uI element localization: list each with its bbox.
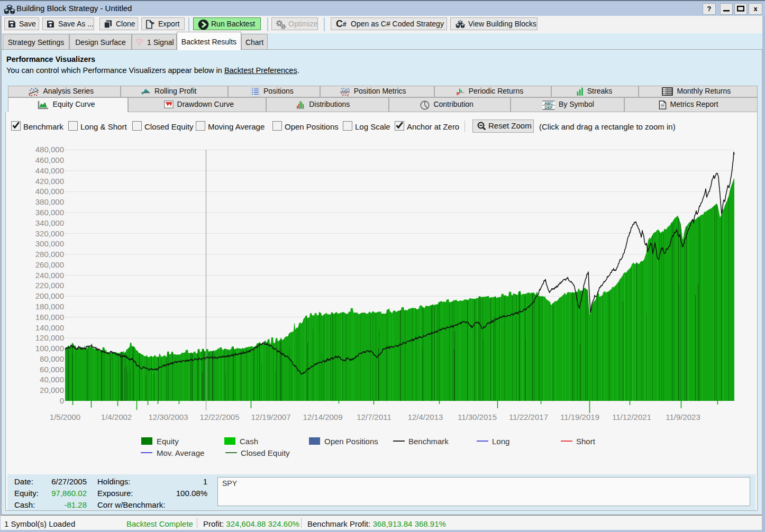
svg-text:180,000: 180,000 [35,302,64,311]
svg-text:12/22/2005: 12/22/2005 [199,412,239,421]
svg-text:200,000: 200,000 [35,291,64,300]
svg-text:12/4/2013: 12/4/2013 [408,412,443,421]
svg-text:360,000: 360,000 [35,208,64,217]
svg-text:11/30/2015: 11/30/2015 [458,412,497,421]
svg-text:440,000: 440,000 [35,166,64,175]
svg-text:340,000: 340,000 [35,218,64,227]
svg-text:60,000: 60,000 [40,365,64,374]
svg-text:240,000: 240,000 [35,271,64,280]
svg-text:460,000: 460,000 [35,155,64,164]
svg-text:300,000: 300,000 [35,239,64,248]
svg-text:12/7/2011: 12/7/2011 [357,412,391,421]
svg-text:400,000: 400,000 [35,187,64,196]
svg-text:11/19/2019: 11/19/2019 [560,412,599,421]
svg-text:11/9/2023: 11/9/2023 [666,412,700,421]
svg-text:320,000: 320,000 [35,229,64,238]
svg-text:80,000: 80,000 [40,354,64,363]
svg-text:420,000: 420,000 [35,177,64,186]
svg-text:20,000: 20,000 [40,386,64,395]
svg-text:380,000: 380,000 [35,197,64,206]
svg-text:11/22/2017: 11/22/2017 [509,412,548,421]
svg-text:12/19/2007: 12/19/2007 [251,412,290,421]
svg-text:100,000: 100,000 [35,344,64,353]
svg-text:260,000: 260,000 [35,260,64,269]
svg-text:12/30/2003: 12/30/2003 [148,412,188,421]
svg-text:12/14/2009: 12/14/2009 [303,412,342,421]
svg-text:220,000: 220,000 [35,281,64,290]
svg-text:11/12/2021: 11/12/2021 [612,412,651,421]
svg-text:480,000: 480,000 [35,145,64,154]
svg-text:140,000: 140,000 [35,323,64,332]
svg-text:160,000: 160,000 [35,313,64,322]
svg-text:40,000: 40,000 [40,375,64,384]
svg-text:0: 0 [60,396,64,405]
svg-text:280,000: 280,000 [35,250,64,259]
svg-text:1/4/2002: 1/4/2002 [101,412,132,421]
svg-text:1/5/2000: 1/5/2000 [50,412,80,421]
svg-text:120,000: 120,000 [35,333,64,342]
